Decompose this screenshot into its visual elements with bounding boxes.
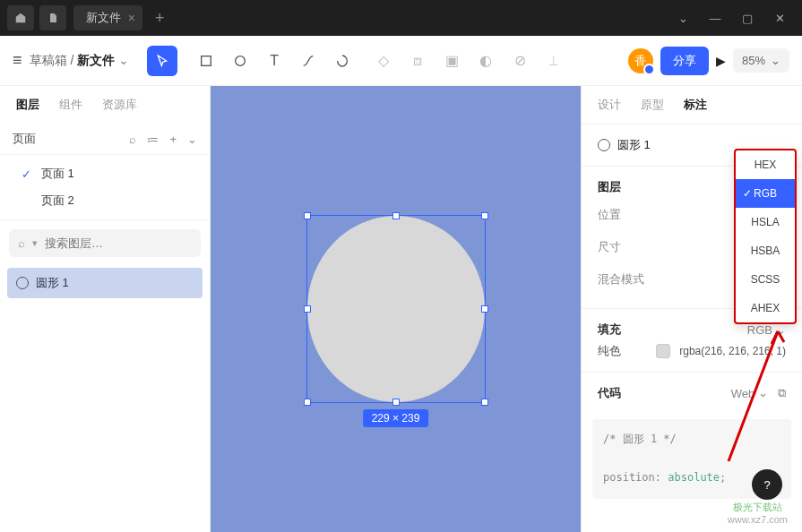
page-item[interactable]: ✓页面 1: [0, 160, 210, 187]
menu-icon[interactable]: ≡: [13, 51, 22, 70]
home-icon[interactable]: [7, 5, 34, 30]
add-page-icon[interactable]: +: [169, 133, 177, 146]
chevron-down-icon[interactable]: ⌄: [187, 133, 197, 146]
minimize-icon[interactable]: —: [705, 12, 725, 25]
maximize-icon[interactable]: ▢: [737, 12, 757, 25]
zoom-dropdown[interactable]: 85%⌄: [733, 48, 789, 73]
tab-prototype[interactable]: 原型: [641, 97, 664, 113]
size-label: 尺寸: [598, 239, 621, 255]
fill-title: 填充: [598, 322, 621, 338]
code-val: absolute;: [668, 471, 726, 484]
resize-handle[interactable]: [304, 212, 311, 219]
resize-handle[interactable]: [304, 399, 311, 406]
dd-item-hsla[interactable]: HSLA: [736, 208, 795, 236]
dd-item-ahex[interactable]: AHEX: [736, 294, 795, 322]
layer-label: 圆形 1: [36, 275, 69, 291]
add-tab-button[interactable]: +: [155, 9, 165, 28]
circle-shape-icon: [16, 277, 29, 289]
code-comment: /* 圆形 1 */: [603, 430, 780, 450]
chevron-down-icon[interactable]: ⌄: [673, 12, 693, 25]
cursor-tool[interactable]: [147, 46, 177, 76]
resize-handle[interactable]: [481, 399, 488, 406]
list-icon[interactable]: ≔: [147, 133, 159, 146]
layer-item-selected[interactable]: 圆形 1: [7, 268, 203, 298]
page-label: 页面 1: [41, 166, 74, 182]
ellipse-shape[interactable]: [307, 216, 485, 402]
search-icon: ⌕: [18, 236, 25, 250]
close-icon[interactable]: ×: [128, 11, 135, 25]
tab-design[interactable]: 设计: [598, 97, 621, 113]
left-panel: 图层 组件 资源库 页面 ⌕ ≔ + ⌄ ✓页面 1 页面 2 ⌕▾ 圆形 1: [0, 86, 211, 532]
svg-rect-0: [202, 56, 211, 65]
resize-handle[interactable]: [392, 212, 400, 219]
position-label: 位置: [598, 207, 621, 223]
resize-handle[interactable]: [304, 305, 311, 313]
color-format-dropdown: HEX RGB HSLA HSBA SCSS AHEX: [734, 149, 797, 324]
file-icon[interactable]: [39, 5, 66, 30]
page-item[interactable]: 页面 2: [0, 187, 210, 214]
watermark: 极光下载站 www.xz7.com: [728, 501, 788, 525]
tab-label: 新文件: [86, 10, 121, 26]
rectangle-tool-icon[interactable]: [194, 48, 219, 73]
fill-value[interactable]: rgba(216, 216, 216, 1): [679, 345, 786, 357]
code-title: 代码: [598, 385, 621, 401]
resize-handle[interactable]: [392, 399, 400, 406]
avatar[interactable]: 香: [628, 48, 653, 73]
canvas[interactable]: 229 × 239: [211, 86, 581, 532]
pen-tool-icon[interactable]: [296, 48, 321, 73]
shape-tool-icon[interactable]: [330, 48, 355, 73]
help-button[interactable]: ?: [752, 469, 782, 500]
crop-icon[interactable]: ⟂: [541, 48, 566, 73]
main-toolbar: ≡ 草稿箱 / 新文件 ⌄ T ◇ ⧈ ▣ ◐ ⊘ ⟂ 香 分享 ▶ 85%⌄: [0, 36, 802, 86]
breadcrumb-file[interactable]: 新文件: [77, 53, 115, 67]
search-icon[interactable]: ⌕: [129, 133, 136, 146]
page-label: 页面 2: [41, 193, 74, 209]
dd-item-rgb[interactable]: RGB: [736, 179, 795, 208]
layer-search[interactable]: ⌕▾: [9, 229, 201, 257]
code-lang-dropdown[interactable]: Web ⌄ ⧉: [731, 385, 786, 401]
text-tool-icon[interactable]: T: [262, 48, 287, 73]
diamond-icon[interactable]: ◇: [371, 48, 396, 73]
pages-label: 页面: [13, 131, 36, 147]
tab-assets[interactable]: 资源库: [102, 97, 137, 113]
window-titlebar: 新文件 × + ⌄ — ▢ ✕: [0, 0, 802, 36]
tab-layers[interactable]: 图层: [16, 97, 39, 113]
code-prop: position:: [603, 471, 661, 484]
close-window-icon[interactable]: ✕: [770, 12, 789, 25]
file-tab[interactable]: 新文件 ×: [73, 5, 142, 30]
preview-button[interactable]: ▶: [716, 54, 726, 68]
blend-label: 混合模式: [598, 271, 644, 287]
ellipse-tool-icon[interactable]: [228, 48, 253, 73]
tab-components[interactable]: 组件: [59, 97, 82, 113]
share-button[interactable]: 分享: [660, 47, 709, 75]
breadcrumb-folder[interactable]: 草稿箱: [30, 53, 67, 67]
tab-annotate[interactable]: 标注: [684, 97, 707, 113]
circle-shape-icon: [598, 139, 610, 151]
dd-item-hex[interactable]: HEX: [736, 150, 795, 179]
boolean-icon[interactable]: ⧈: [405, 48, 430, 73]
color-swatch[interactable]: [656, 344, 670, 358]
check-icon: ✓: [22, 167, 34, 181]
dd-item-hsba[interactable]: HSBA: [736, 236, 795, 265]
svg-point-1: [236, 56, 246, 65]
mask-icon[interactable]: ◐: [473, 48, 498, 73]
resize-handle[interactable]: [481, 212, 488, 219]
dimension-badge: 229 × 239: [363, 409, 429, 427]
selection-box[interactable]: 229 × 239: [306, 215, 486, 403]
pages-header: 页面 ⌕ ≔ + ⌄: [0, 124, 210, 155]
resize-handle[interactable]: [481, 305, 488, 313]
frame-icon[interactable]: ▣: [439, 48, 464, 73]
link-icon[interactable]: ⊘: [507, 48, 532, 73]
search-input[interactable]: [45, 236, 192, 250]
fill-type: 纯色: [598, 343, 621, 359]
dd-item-scss[interactable]: SCSS: [736, 265, 795, 294]
breadcrumb[interactable]: 草稿箱 / 新文件 ⌄: [30, 53, 130, 69]
